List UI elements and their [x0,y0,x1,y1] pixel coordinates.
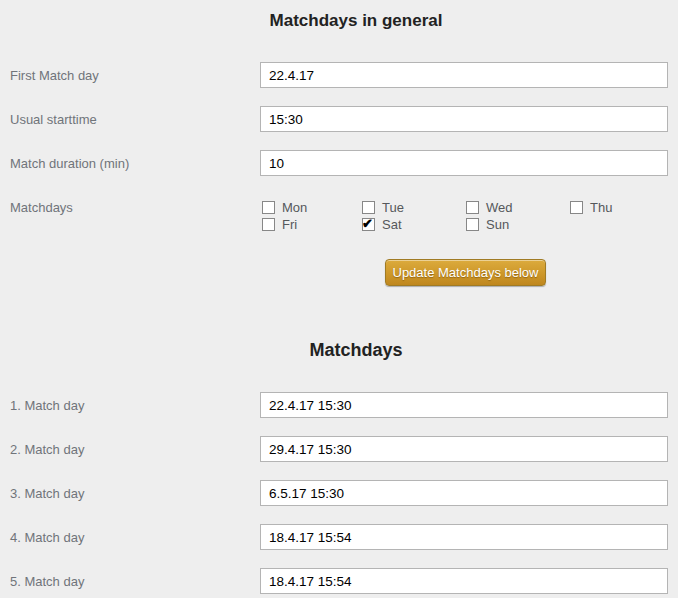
match-day-4-input[interactable] [260,524,668,550]
match-day-1-label: 1. Match day [10,398,84,413]
weekday-item-tue: Tue [362,200,404,214]
match-day-3-label: 3. Match day [10,486,84,501]
match-duration-input[interactable] [260,150,668,176]
update-matchdays-button[interactable]: Update Matchdays below [385,259,546,286]
first-match-day-input[interactable] [260,62,668,88]
weekday-item-fri: Fri [262,217,297,231]
match-day-2-input[interactable] [260,436,668,462]
weekday-checkbox-mon[interactable] [262,201,275,214]
match-day-2-label: 2. Match day [10,442,84,457]
usual-starttime-label: Usual starttime [10,112,97,127]
weekday-label-sat: Sat [382,217,402,232]
weekday-checkbox-sun[interactable] [466,218,479,231]
match-duration-label: Match duration (min) [10,156,129,171]
weekday-label-fri: Fri [282,217,297,232]
weekday-item-sat: Sat [362,217,402,231]
match-day-5-input[interactable] [260,568,668,594]
match-day-3-input[interactable] [260,480,668,506]
weekday-checkbox-tue[interactable] [362,201,375,214]
weekday-checkbox-sat[interactable] [362,218,375,231]
weekday-label-sun: Sun [486,217,509,232]
weekday-item-thu: Thu [570,200,612,214]
weekday-label-wed: Wed [486,200,513,215]
weekday-label-thu: Thu [590,200,612,215]
weekday-label-tue: Tue [382,200,404,215]
weekday-checkbox-wed[interactable] [466,201,479,214]
weekday-item-mon: Mon [262,200,307,214]
match-day-4-label: 4. Match day [10,530,84,545]
weekday-checkbox-thu[interactable] [570,201,583,214]
match-day-5-label: 5. Match day [10,574,84,589]
usual-starttime-input[interactable] [260,106,668,132]
matchdays-settings-page: Matchdays in general First Match day Usu… [0,0,678,598]
weekday-checkbox-fri[interactable] [262,218,275,231]
matchdays-group-label: Matchdays [10,200,73,215]
first-match-day-label: First Match day [10,68,99,83]
weekday-item-sun: Sun [466,217,509,231]
section-title-matchdays: Matchdays [0,340,678,361]
weekday-item-wed: Wed [466,200,513,214]
match-day-1-input[interactable] [260,392,668,418]
section-title-general: Matchdays in general [0,11,678,31]
weekday-label-mon: Mon [282,200,307,215]
